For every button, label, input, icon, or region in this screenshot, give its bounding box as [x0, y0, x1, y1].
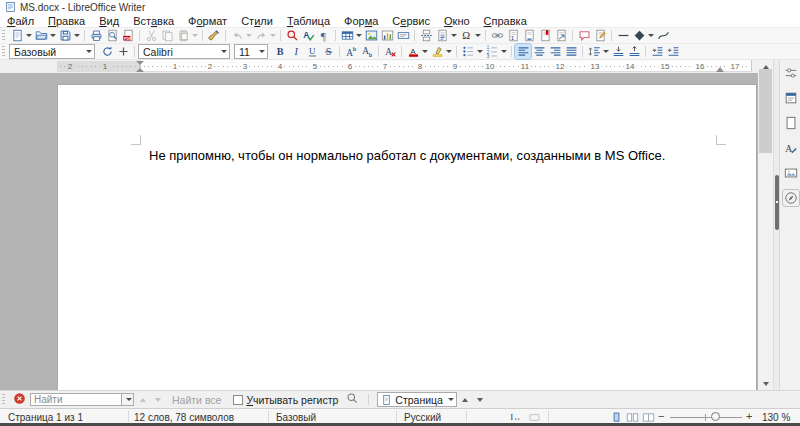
update-style-button[interactable]	[99, 44, 115, 59]
track-changes-button[interactable]	[592, 28, 608, 43]
font-name-combobox[interactable]: Calibri	[138, 44, 230, 59]
insert-field-button[interactable]	[434, 28, 458, 43]
menu-window[interactable]: Окно	[439, 15, 475, 27]
new-style-button[interactable]	[115, 44, 131, 59]
bullets-button[interactable]	[460, 44, 484, 59]
vertical-scrollbar[interactable]	[758, 60, 773, 390]
menu-format[interactable]: Формат	[183, 15, 232, 27]
toolbar-grip[interactable]	[2, 30, 5, 41]
chevron-down-icon[interactable]	[451, 34, 457, 37]
chevron-down-icon[interactable]	[356, 34, 362, 37]
menu-table[interactable]: Таблица	[282, 15, 335, 27]
endnote-button[interactable]	[521, 28, 537, 43]
right-indent-marker[interactable]	[716, 67, 724, 72]
export-pdf-button[interactable]: PDF	[120, 28, 136, 43]
language-status[interactable]: Русский	[404, 412, 441, 423]
insert-line-button[interactable]	[615, 28, 631, 43]
chevron-down-icon[interactable]	[475, 34, 481, 37]
copy-button[interactable]	[159, 28, 175, 43]
basic-shapes-button[interactable]	[631, 28, 655, 43]
zoom-out-button[interactable]: −	[658, 410, 664, 422]
sidebar-tab-navigator[interactable]	[780, 185, 800, 210]
bold-button[interactable]: B	[272, 44, 288, 59]
undo-button[interactable]	[229, 28, 253, 43]
sidebar-tab-styles[interactable]: A	[780, 135, 800, 160]
print-preview-button[interactable]	[104, 28, 120, 43]
menu-file[interactable]: Файл	[2, 15, 39, 27]
freeform-line-button[interactable]	[655, 28, 671, 43]
chevron-down-icon[interactable]	[50, 34, 56, 37]
document-page[interactable]: Не припомню, чтобы он нормально работал …	[57, 84, 757, 390]
menu-insert[interactable]: Вставка	[128, 15, 179, 27]
menu-edit[interactable]: Правка	[43, 15, 90, 27]
match-case-checkbox[interactable]	[233, 395, 243, 405]
sidebar-tab-properties[interactable]	[780, 85, 800, 110]
find-and-replace-button[interactable]	[346, 392, 359, 407]
line-spacing-button[interactable]	[586, 44, 610, 59]
open-button[interactable]	[33, 28, 57, 43]
close-find-bar-button[interactable]	[13, 392, 26, 407]
insert-image-button[interactable]	[363, 28, 379, 43]
numbering-button[interactable]: 123	[484, 44, 508, 59]
insert-textbox-button[interactable]	[395, 28, 411, 43]
spelling-button[interactable]: A	[300, 28, 316, 43]
cut-button[interactable]	[143, 28, 159, 43]
font-size-combobox[interactable]: 11	[234, 44, 268, 59]
single-page-view-button[interactable]	[610, 411, 623, 426]
font-color-button[interactable]: A	[405, 44, 429, 59]
page-style-status[interactable]: Базовый	[276, 412, 316, 423]
first-line-indent-marker[interactable]	[136, 61, 144, 65]
chevron-down-icon[interactable]	[648, 34, 654, 37]
save-button[interactable]	[57, 28, 81, 43]
align-center-button[interactable]	[531, 44, 547, 59]
toolbar-grip[interactable]	[2, 46, 5, 57]
print-button[interactable]	[88, 28, 104, 43]
justify-button[interactable]	[563, 44, 579, 59]
book-view-button[interactable]	[642, 411, 655, 426]
bookmark-button[interactable]	[537, 28, 553, 43]
navigate-previous-button[interactable]	[459, 393, 472, 406]
insert-chart-button[interactable]	[379, 28, 395, 43]
clone-formatting-button[interactable]	[206, 28, 222, 43]
chevron-down-icon[interactable]	[74, 34, 80, 37]
insert-mode-status[interactable]: I	[508, 411, 522, 426]
find-all-button[interactable]: Найти все	[172, 394, 221, 406]
formatting-marks-button[interactable]: ¶	[316, 28, 332, 43]
chevron-down-icon[interactable]	[422, 50, 428, 53]
underline-button[interactable]: U	[304, 44, 320, 59]
new-button[interactable]	[9, 28, 33, 43]
paste-button[interactable]	[175, 28, 199, 43]
subscript-button[interactable]: Ab	[359, 44, 375, 59]
chevron-down-icon[interactable]	[217, 45, 229, 58]
navigate-next-button[interactable]	[474, 393, 487, 406]
menu-styles[interactable]: Стили	[236, 15, 278, 27]
chevron-down-icon[interactable]	[448, 398, 454, 401]
zoom-slider-thumb[interactable]	[711, 412, 720, 421]
navigate-by-combobox[interactable]: Страница	[377, 392, 457, 407]
sidebar-tab-sidebar-settings[interactable]	[780, 60, 800, 85]
indent-dec-button[interactable]	[665, 44, 681, 59]
footnote-button[interactable]: 1	[505, 28, 521, 43]
highlight-color-button[interactable]	[429, 44, 453, 59]
chevron-down-icon[interactable]	[270, 34, 276, 37]
comment-button[interactable]	[576, 28, 592, 43]
search-input[interactable]	[30, 393, 122, 406]
left-indent-marker[interactable]	[136, 68, 144, 72]
strikethrough-button[interactable]: S	[320, 44, 336, 59]
clear-formatting-button[interactable]: A	[382, 44, 398, 59]
search-history-dropdown[interactable]	[122, 393, 134, 406]
find-previous-button[interactable]	[136, 393, 149, 406]
word-count-status[interactable]: 12 слов, 78 символов	[134, 412, 234, 423]
scrollbar-thumb[interactable]	[759, 69, 772, 153]
page-number-status[interactable]: Страница 1 из 1	[8, 412, 83, 423]
menu-view[interactable]: Вид	[94, 15, 124, 27]
indent-inc-button[interactable]	[649, 44, 665, 59]
hyperlink-button[interactable]	[489, 28, 505, 43]
sidebar-tab-gallery[interactable]	[780, 160, 800, 185]
multi-page-view-button[interactable]	[626, 411, 639, 426]
superscript-button[interactable]: Ab	[343, 44, 359, 59]
redo-button[interactable]	[253, 28, 277, 43]
page-break-button[interactable]	[418, 28, 434, 43]
para-space-dec-button[interactable]	[626, 44, 642, 59]
chevron-down-icon[interactable]	[255, 45, 267, 58]
